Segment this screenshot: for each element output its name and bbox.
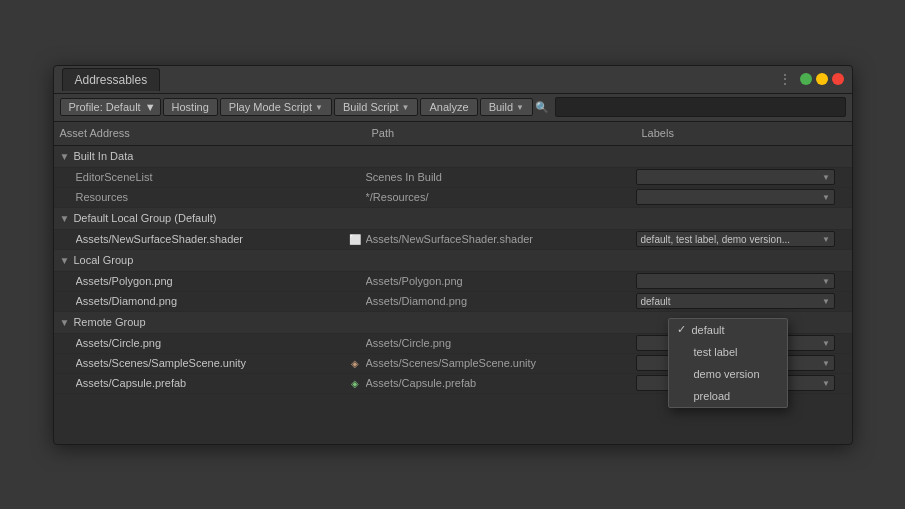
shader-icon: ⬜ — [349, 234, 361, 245]
label-dropdown[interactable]: ▼ — [636, 273, 836, 289]
group-arrow-local: ▼ — [60, 255, 70, 266]
dropdown-arrow: ▼ — [822, 379, 830, 388]
analyze-button[interactable]: Analyze — [420, 98, 477, 116]
row-path: Assets/NewSurfaceShader.shader — [366, 233, 636, 245]
build-label: Build — [489, 101, 513, 113]
addressables-window: Addressables ⋮ Profile: Default ▼ Hostin… — [53, 65, 853, 445]
group-name-local: Local Group — [73, 254, 133, 266]
build-button[interactable]: Build ▼ — [480, 98, 533, 116]
tab-addressables[interactable]: Addressables — [62, 68, 161, 91]
dropdown-arrow: ▼ — [822, 359, 830, 368]
prefab-icon: ◈ — [351, 378, 359, 389]
row-path: Assets/Circle.png — [366, 337, 636, 349]
group-header-built-in-data[interactable]: ▼ Built In Data — [54, 146, 852, 168]
build-script-label: Build Script — [343, 101, 399, 113]
group-arrow-built-in: ▼ — [60, 151, 70, 162]
dropdown-arrow: ▼ — [822, 235, 830, 244]
label-dropdown-diamond[interactable]: default ▼ — [636, 293, 836, 309]
play-mode-label: Play Mode Script — [229, 101, 312, 113]
label-dropdown[interactable]: ▼ — [636, 189, 836, 205]
hosting-button[interactable]: Hosting — [163, 98, 218, 116]
title-bar: Addressables ⋮ — [54, 66, 852, 94]
profile-dropdown[interactable]: Profile: Default ▼ — [60, 98, 161, 116]
profile-label: Profile: Default — [69, 101, 141, 113]
row-path: Assets/Diamond.png — [366, 295, 636, 307]
dropdown-item-label: demo version — [694, 368, 760, 380]
label-value: default, test label, demo version... — [641, 234, 791, 245]
dropdown-arrow: ▼ — [822, 339, 830, 348]
table-row: EditorSceneList Scenes In Build ▼ — [54, 168, 852, 188]
group-header-default-local[interactable]: ▼ Default Local Group (Default) — [54, 208, 852, 230]
table-row: Assets/Polygon.png Assets/Polygon.png ▼ — [54, 272, 852, 292]
build-arrow: ▼ — [516, 103, 524, 112]
table-row: Assets/Diamond.png Assets/Diamond.png de… — [54, 292, 852, 312]
table-row: Resources */Resources/ ▼ — [54, 188, 852, 208]
build-script-button[interactable]: Build Script ▼ — [334, 98, 419, 116]
row-address: EditorSceneList — [76, 171, 344, 183]
col-header-labels: Labels — [642, 127, 846, 139]
group-name-default-local: Default Local Group (Default) — [73, 212, 216, 224]
circle-yellow — [816, 73, 828, 85]
group-arrow-default-local: ▼ — [60, 213, 70, 224]
window-menu-button[interactable]: ⋮ — [774, 69, 796, 89]
play-mode-arrow: ▼ — [315, 103, 323, 112]
row-labels: default ▼ — [636, 293, 846, 309]
row-icon: ⬜ — [344, 234, 366, 245]
row-address: Assets/Polygon.png — [76, 275, 344, 287]
dropdown-item-label: default — [692, 324, 725, 336]
table-row: Assets/NewSurfaceShader.shader ⬜ Assets/… — [54, 230, 852, 250]
row-labels: ▼ — [636, 169, 846, 185]
row-address: Assets/Capsule.prefab — [76, 377, 344, 389]
play-mode-script-button[interactable]: Play Mode Script ▼ — [220, 98, 332, 116]
group-header-local[interactable]: ▼ Local Group — [54, 250, 852, 272]
group-name-built-in: Built In Data — [73, 150, 133, 162]
row-icon: ◈ — [344, 378, 366, 389]
row-address: Assets/Diamond.png — [76, 295, 344, 307]
row-address: Assets/NewSurfaceShader.shader — [76, 233, 344, 245]
col-header-address: Asset Address — [60, 127, 350, 139]
row-icon: ◈ — [344, 358, 366, 369]
row-labels: ▼ — [636, 189, 846, 205]
dropdown-arrow: ▼ — [822, 277, 830, 286]
dropdown-item-demo-version[interactable]: demo version — [669, 363, 787, 385]
dropdown-arrow: ▼ — [822, 173, 830, 182]
label-dropdown[interactable]: default, test label, demo version... ▼ — [636, 231, 836, 247]
row-path: Assets/Polygon.png — [366, 275, 636, 287]
title-controls: ⋮ — [774, 69, 844, 89]
main-background: Addressables ⋮ Profile: Default ▼ Hostin… — [0, 0, 905, 509]
group-arrow-remote: ▼ — [60, 317, 70, 328]
row-address: Resources — [76, 191, 344, 203]
toolbar: Profile: Default ▼ Hosting Play Mode Scr… — [54, 94, 852, 122]
dropdown-item-preload[interactable]: preload — [669, 385, 787, 407]
audio-icon: ◈ — [351, 358, 359, 369]
profile-arrow: ▼ — [145, 101, 156, 113]
table-body: ▼ Built In Data EditorSceneList Scenes I… — [54, 146, 852, 444]
dropdown-arrow: ▼ — [822, 193, 830, 202]
row-address: Assets/Scenes/SampleScene.unity — [76, 357, 344, 369]
label-dropdown-popup: default test label demo version preload — [668, 318, 788, 408]
analyze-label: Analyze — [429, 101, 468, 113]
row-address: Assets/Circle.png — [76, 337, 344, 349]
row-path: Assets/Scenes/SampleScene.unity — [366, 357, 636, 369]
hosting-label: Hosting — [172, 101, 209, 113]
search-icon: 🔍 — [535, 101, 549, 114]
row-labels: default, test label, demo version... ▼ — [636, 231, 846, 247]
col-header-path: Path — [372, 127, 642, 139]
circle-green — [800, 73, 812, 85]
label-dropdown[interactable]: ▼ — [636, 169, 836, 185]
row-path: */Resources/ — [366, 191, 636, 203]
dropdown-item-label: preload — [694, 390, 731, 402]
circle-red — [832, 73, 844, 85]
dropdown-item-label: test label — [694, 346, 738, 358]
table-header: Asset Address Path Labels — [54, 122, 852, 146]
label-value: default — [641, 296, 671, 307]
dropdown-arrow: ▼ — [822, 297, 830, 306]
group-name-remote: Remote Group — [73, 316, 145, 328]
dropdown-item-test-label[interactable]: test label — [669, 341, 787, 363]
row-labels: ▼ — [636, 273, 846, 289]
build-script-arrow: ▼ — [402, 103, 410, 112]
search-input[interactable] — [555, 97, 845, 117]
row-path: Scenes In Build — [366, 171, 636, 183]
row-path: Assets/Capsule.prefab — [366, 377, 636, 389]
dropdown-item-default[interactable]: default — [669, 319, 787, 341]
